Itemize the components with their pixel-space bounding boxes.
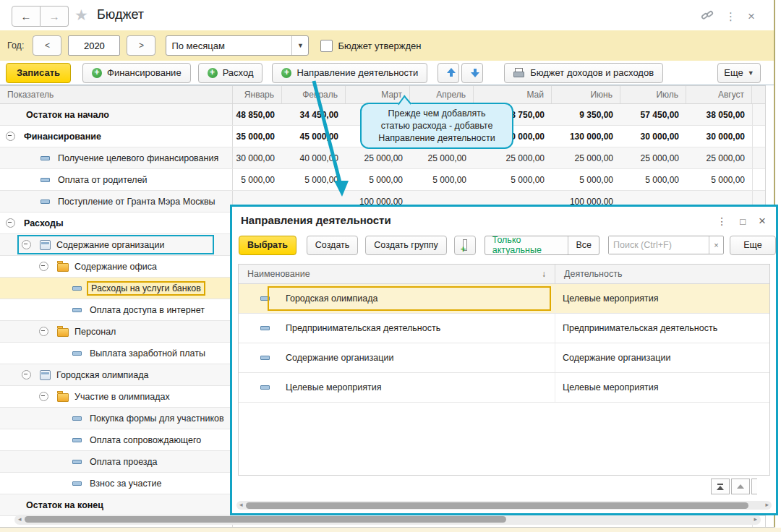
kebab-menu-icon[interactable]: ⋮ bbox=[725, 10, 736, 23]
budget-row-indicator[interactable]: Покупка формы для участников bbox=[0, 408, 233, 429]
go-to-top-button[interactable] bbox=[711, 479, 730, 494]
approved-checkbox[interactable] bbox=[320, 40, 333, 52]
budget-row-indicator[interactable]: Получение целевого финансирования bbox=[0, 147, 233, 168]
budget-row-indicator[interactable]: Содержание офиса bbox=[0, 256, 233, 277]
budget-cell[interactable]: 5 000,00 bbox=[620, 169, 686, 190]
collapse-toggle-icon[interactable] bbox=[22, 240, 31, 249]
column-header-activity[interactable]: Деятельность bbox=[555, 265, 769, 283]
collapse-toggle-icon[interactable] bbox=[6, 218, 15, 228]
budget-row-indicator[interactable]: Оплата доступа в интернет bbox=[0, 299, 233, 320]
direction-activity-cell[interactable]: Целевые мероприятия bbox=[555, 373, 769, 402]
budget-cell[interactable]: 48 850,00 bbox=[233, 104, 282, 125]
add-direction-button[interactable]: + Направление деятельности bbox=[272, 63, 427, 83]
budget-row-indicator[interactable]: Городская олимпиада bbox=[0, 364, 233, 385]
budget-row[interactable]: Оплата от родителей5 000,005 000,005 000… bbox=[0, 169, 765, 191]
budget-row-indicator[interactable]: Оплата сопровождающего bbox=[0, 429, 233, 450]
scroll-left-icon[interactable]: ◂ bbox=[239, 501, 243, 508]
budget-row-indicator[interactable]: Остаток на начало bbox=[0, 104, 233, 125]
add-expense-button[interactable]: + Расход bbox=[198, 63, 263, 83]
collapse-toggle-icon[interactable] bbox=[39, 262, 48, 271]
scrollbar-thumb[interactable] bbox=[246, 502, 748, 509]
chevron-down-icon[interactable]: ▼ bbox=[291, 36, 308, 55]
prev-year-button[interactable]: < bbox=[33, 35, 61, 56]
direction-name-cell[interactable]: Городская олимпиада bbox=[239, 284, 555, 313]
budget-cell[interactable]: 30 000,00 bbox=[620, 126, 686, 147]
budget-cell[interactable]: 5 000,00 bbox=[686, 169, 752, 190]
budget-cell[interactable]: 25 000,00 bbox=[620, 147, 686, 168]
budget-cell[interactable]: 57 450,00 bbox=[620, 104, 686, 125]
year-input[interactable] bbox=[68, 35, 120, 56]
collapse-toggle-icon[interactable] bbox=[22, 370, 31, 379]
direction-name-cell[interactable]: Предпринимательская деятельность bbox=[239, 314, 555, 343]
direction-activity-cell[interactable]: Предпринимательская деятельность bbox=[555, 314, 769, 343]
column-header-month[interactable]: Февраль bbox=[282, 86, 346, 103]
create-group-button[interactable]: Создать группу bbox=[365, 236, 446, 255]
search-input[interactable] bbox=[609, 236, 709, 254]
only-actual-button[interactable]: Только актуальные bbox=[485, 236, 568, 254]
scroll-right-icon[interactable]: ▸ bbox=[754, 515, 757, 523]
budget-row-indicator[interactable]: Расходы bbox=[0, 213, 233, 233]
column-header-month[interactable]: Август bbox=[686, 86, 752, 103]
budget-cell[interactable]: 40 000,00 bbox=[282, 147, 346, 168]
budget-cell[interactable]: 25 000,00 bbox=[346, 147, 410, 168]
budget-cell[interactable]: 25 000,00 bbox=[552, 147, 620, 168]
direction-name-cell[interactable]: Содержание организации bbox=[239, 343, 555, 372]
move-down-button[interactable] bbox=[461, 63, 483, 83]
page-up-button[interactable] bbox=[731, 479, 750, 494]
budget-cell[interactable]: 5 000,00 bbox=[233, 169, 282, 190]
budget-cell[interactable]: 9 350,00 bbox=[552, 104, 620, 125]
create-new-from-button[interactable] bbox=[454, 236, 476, 255]
direction-row[interactable]: Содержание организацииСодержание организ… bbox=[239, 343, 769, 373]
collapse-toggle-icon[interactable] bbox=[39, 392, 48, 401]
budget-cell[interactable]: 5 000,00 bbox=[282, 169, 346, 190]
period-mode-select[interactable]: По месяцам ▼ bbox=[166, 35, 309, 56]
column-header-month[interactable]: Апрель bbox=[410, 86, 474, 103]
direction-row[interactable]: Предпринимательская деятельностьПредприн… bbox=[239, 314, 769, 343]
budget-row-indicator[interactable]: Участие в олимпиадах bbox=[0, 386, 233, 407]
budget-cell[interactable]: 34 450,00 bbox=[282, 104, 346, 125]
create-button[interactable]: Создать bbox=[307, 236, 359, 255]
budget-row-indicator[interactable]: Персонал bbox=[0, 321, 233, 342]
column-header-month[interactable]: Июль bbox=[620, 86, 686, 103]
budget-cell[interactable]: 30 000,00 bbox=[686, 126, 752, 147]
favorite-star-icon[interactable]: ★ bbox=[74, 7, 88, 24]
link-icon[interactable] bbox=[701, 9, 714, 25]
modal-kebab-menu-icon[interactable]: ⋮ bbox=[717, 215, 727, 227]
collapse-toggle-icon[interactable] bbox=[39, 327, 48, 336]
column-header-month[interactable]: Июнь bbox=[552, 86, 620, 103]
save-button[interactable]: Записать bbox=[6, 63, 71, 83]
budget-row-indicator[interactable]: Оплата от родителей bbox=[0, 169, 233, 190]
direction-activity-cell[interactable]: Целевые мероприятия bbox=[555, 284, 769, 313]
clear-search-icon[interactable]: × bbox=[709, 236, 723, 254]
budget-cell[interactable]: 45 000,00 bbox=[282, 126, 346, 147]
budget-row-indicator[interactable]: Остаток на конец bbox=[0, 494, 233, 515]
budget-row-indicator[interactable]: Поступление от Гранта Мэра Москвы bbox=[0, 191, 233, 212]
direction-activity-cell[interactable]: Содержание организации bbox=[555, 343, 769, 372]
back-button[interactable]: ← bbox=[12, 6, 40, 27]
direction-row[interactable]: Городская олимпиадаЦелевые мероприятия bbox=[239, 284, 769, 314]
scrollbar-thumb[interactable] bbox=[25, 516, 506, 523]
modal-close-icon[interactable]: × bbox=[759, 214, 766, 228]
budget-cell[interactable]: 35 000,00 bbox=[233, 126, 282, 147]
modal-horizontal-scrollbar[interactable]: ◂ ▸ bbox=[236, 501, 772, 510]
column-header-month[interactable]: Январь bbox=[233, 86, 282, 103]
add-financing-button[interactable]: + Финансирование bbox=[82, 63, 191, 83]
direction-row[interactable]: Целевые мероприятияЦелевые мероприятия bbox=[239, 373, 769, 403]
modal-more-button[interactable]: Еще bbox=[730, 236, 776, 255]
modal-maximize-icon[interactable]: □ bbox=[740, 216, 746, 227]
budget-row-indicator[interactable]: Выплата заработной платы bbox=[0, 343, 233, 364]
budget-cell[interactable]: 130 000,00 bbox=[552, 126, 620, 147]
close-window-icon[interactable]: × bbox=[748, 10, 755, 23]
main-horizontal-scrollbar[interactable]: ◂ ▸ bbox=[14, 515, 761, 525]
select-button[interactable]: Выбрать bbox=[239, 236, 296, 255]
all-button[interactable]: Все bbox=[568, 236, 599, 254]
scroll-left-icon[interactable]: ◂ bbox=[18, 515, 22, 523]
budget-cell[interactable]: 25 000,00 bbox=[686, 147, 752, 168]
more-button[interactable]: Еще▼ bbox=[717, 63, 761, 83]
budget-row[interactable]: Получение целевого финансирования30 000,… bbox=[0, 147, 765, 169]
budget-row-indicator[interactable]: Финансирование bbox=[0, 126, 233, 147]
collapse-toggle-icon[interactable] bbox=[6, 132, 15, 141]
budget-row-indicator[interactable]: Содержание организации bbox=[0, 234, 233, 255]
column-header-name[interactable]: Наименование ↓ bbox=[239, 265, 555, 283]
column-header-month[interactable]: Май bbox=[474, 86, 552, 103]
